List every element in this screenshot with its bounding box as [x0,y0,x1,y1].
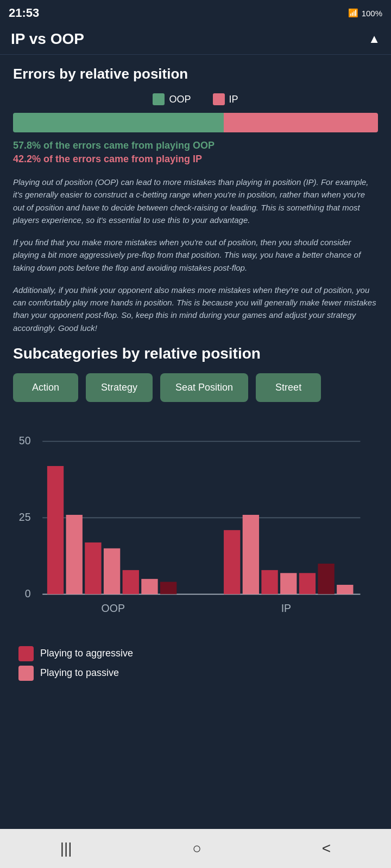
ip-bar-6 [318,564,334,594]
chart-legend-top: OOP IP [13,93,378,105]
oop-bar-2 [66,515,83,594]
ip-bar-3 [261,570,278,594]
ip-bar-2 [243,515,259,594]
errors-section-title: Errors by relative position [13,66,378,82]
nav-back-icon[interactable]: ||| [60,840,72,857]
signal-icon: 📶 [348,8,358,18]
ip-stat-text: 42.2% of the errors came from playing IP [13,154,378,165]
nav-recents-icon[interactable]: < [322,840,331,857]
ip-color-swatch [213,93,225,105]
battery-icon: 100% [362,9,382,18]
oop-label: OOP [169,94,191,105]
oop-bar-7 [160,582,176,594]
description-2: If you find that you make more mistakes … [13,236,378,274]
oop-color-swatch [153,93,165,105]
status-bar: 21:53 📶 100% [0,0,391,26]
oop-bar-6 [141,579,157,594]
description-3: Additionally, if you think your opponent… [13,284,378,334]
ip-bar-1 [224,530,240,594]
legend-oop: OOP [153,93,191,105]
status-time: 21:53 [9,6,39,20]
strategy-button[interactable]: Strategy [86,373,153,402]
legend-ip: IP [213,93,238,105]
svg-text:IP: IP [281,602,291,614]
ip-bar-4 [280,573,297,594]
street-button[interactable]: Street [256,373,321,402]
chart-bottom-legend: Playing to aggressive Playing to passive [13,646,378,681]
category-buttons-group: Action Strategy Seat Position Street [13,373,378,402]
svg-text:0: 0 [25,587,31,599]
nav-bar: ||| ○ < [0,829,391,868]
oop-bar-3 [85,542,101,594]
ip-bar-7 [337,585,353,594]
subcategories-title: Subcategories by relative position [13,345,378,362]
chart-svg: 50 25 0 OOP [13,424,378,635]
status-icons: 📶 100% [348,8,382,18]
oop-bar-1 [47,466,64,594]
legend-passive-item: Playing to passive [18,666,378,681]
seat-position-button[interactable]: Seat Position [160,373,248,402]
passive-color-swatch [18,666,34,681]
nav-home-icon[interactable]: ○ [192,840,201,857]
svg-text:25: 25 [19,511,31,523]
app-title: IP vs OOP [11,30,84,48]
svg-text:OOP: OOP [102,602,125,614]
main-content: Errors by relative position OOP IP 57.8%… [0,55,391,697]
ip-label: IP [229,94,238,105]
svg-text:50: 50 [19,435,31,446]
description-1: Playing out of position (OOP) can lead t… [13,176,378,226]
ip-progress [224,113,378,132]
legend-aggressive-item: Playing to aggressive [18,646,378,661]
aggressive-label: Playing to aggressive [40,648,133,659]
position-progress-bar [13,113,378,132]
oop-bar-4 [104,548,120,595]
passive-label: Playing to passive [40,667,119,679]
oop-stat-text: 57.8% of the errors came from playing OO… [13,140,378,151]
oop-bar-5 [123,570,139,594]
oop-progress [13,113,224,132]
action-button[interactable]: Action [13,373,78,402]
header-arrow-icon[interactable]: ▲ [368,32,380,46]
ip-bar-5 [299,573,316,594]
app-header: IP vs OOP ▲ [0,26,391,55]
aggressive-color-swatch [18,646,34,661]
bar-chart: 50 25 0 OOP [13,418,378,686]
